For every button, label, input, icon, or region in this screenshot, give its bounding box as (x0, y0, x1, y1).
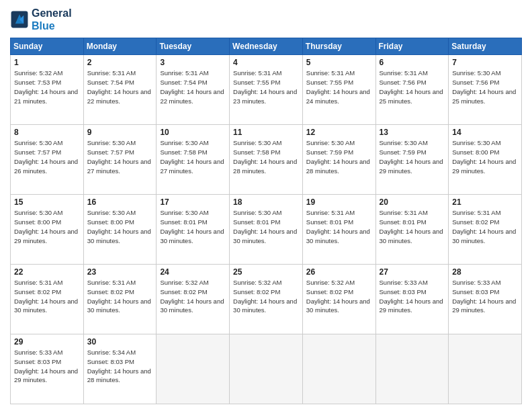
day-number: 8 (14, 128, 80, 137)
day-info: Sunrise: 5:30 AMSunset: 7:59 PMDaylight:… (380, 138, 445, 175)
day-number: 23 (87, 267, 153, 277)
calendar-cell: 18Sunrise: 5:30 AMSunset: 8:01 PMDayligh… (230, 195, 303, 265)
calendar-cell (375, 334, 449, 404)
calendar-cell: 29Sunrise: 5:33 AMSunset: 8:03 PMDayligh… (11, 334, 84, 404)
day-info: Sunrise: 5:30 AMSunset: 8:00 PMDaylight:… (452, 138, 518, 175)
calendar-cell (302, 334, 375, 404)
day-info: Sunrise: 5:31 AMSunset: 8:02 PMDaylight:… (452, 208, 518, 245)
day-info: Sunrise: 5:30 AMSunset: 8:01 PMDaylight:… (233, 208, 299, 245)
header-saturday: Saturday (449, 38, 522, 55)
day-number: 22 (14, 267, 80, 277)
calendar-cell: 1Sunrise: 5:32 AMSunset: 7:53 PMDaylight… (11, 55, 84, 125)
calendar-cell: 22Sunrise: 5:31 AMSunset: 8:02 PMDayligh… (11, 265, 84, 334)
header-tuesday: Tuesday (157, 38, 230, 55)
calendar-cell: 17Sunrise: 5:30 AMSunset: 8:01 PMDayligh… (157, 195, 230, 265)
calendar-cell: 4Sunrise: 5:31 AMSunset: 7:55 PMDaylight… (230, 55, 303, 125)
day-number: 3 (160, 58, 226, 67)
day-number: 30 (87, 337, 153, 347)
calendar-cell: 24Sunrise: 5:32 AMSunset: 8:02 PMDayligh… (157, 265, 230, 334)
calendar-cell: 8Sunrise: 5:30 AMSunset: 7:57 PMDaylight… (11, 125, 84, 195)
day-info: Sunrise: 5:34 AMSunset: 8:03 PMDaylight:… (87, 348, 153, 385)
calendar-cell: 26Sunrise: 5:32 AMSunset: 8:02 PMDayligh… (302, 265, 375, 334)
calendar-row: 29Sunrise: 5:33 AMSunset: 8:03 PMDayligh… (11, 334, 522, 404)
day-info: Sunrise: 5:30 AMSunset: 8:00 PMDaylight:… (14, 208, 80, 245)
day-info: Sunrise: 5:30 AMSunset: 7:58 PMDaylight:… (160, 138, 226, 175)
header-thursday: Thursday (302, 38, 375, 55)
day-info: Sunrise: 5:31 AMSunset: 8:02 PMDaylight:… (87, 278, 153, 315)
day-number: 24 (160, 267, 226, 277)
day-number: 18 (233, 197, 299, 207)
day-number: 16 (87, 197, 153, 207)
calendar-cell: 19Sunrise: 5:31 AMSunset: 8:01 PMDayligh… (302, 195, 375, 265)
calendar-row: 8Sunrise: 5:30 AMSunset: 7:57 PMDaylight… (11, 125, 522, 195)
calendar-cell: 25Sunrise: 5:32 AMSunset: 8:02 PMDayligh… (230, 265, 303, 334)
day-info: Sunrise: 5:32 AMSunset: 8:02 PMDaylight:… (160, 278, 226, 315)
day-number: 26 (306, 267, 372, 277)
day-info: Sunrise: 5:33 AMSunset: 8:03 PMDaylight:… (380, 278, 445, 315)
day-number: 5 (306, 58, 372, 67)
day-number: 2 (87, 58, 153, 67)
calendar-cell (449, 334, 522, 404)
day-number: 19 (306, 197, 372, 207)
calendar-cell (230, 334, 303, 404)
calendar-cell: 9Sunrise: 5:30 AMSunset: 7:57 PMDaylight… (83, 125, 157, 195)
logo: General Blue (10, 7, 72, 32)
day-number: 28 (452, 267, 518, 277)
calendar-cell: 16Sunrise: 5:30 AMSunset: 8:00 PMDayligh… (83, 195, 157, 265)
day-info: Sunrise: 5:31 AMSunset: 7:55 PMDaylight:… (306, 68, 372, 105)
day-number: 25 (233, 267, 299, 277)
day-number: 11 (233, 128, 299, 137)
header-wednesday: Wednesday (230, 38, 303, 55)
calendar-cell: 5Sunrise: 5:31 AMSunset: 7:55 PMDaylight… (302, 55, 375, 125)
day-info: Sunrise: 5:31 AMSunset: 7:54 PMDaylight:… (160, 68, 226, 105)
day-info: Sunrise: 5:30 AMSunset: 7:59 PMDaylight:… (306, 138, 372, 175)
day-info: Sunrise: 5:32 AMSunset: 8:02 PMDaylight:… (306, 278, 372, 315)
calendar-cell: 23Sunrise: 5:31 AMSunset: 8:02 PMDayligh… (83, 265, 157, 334)
header-monday: Monday (83, 38, 157, 55)
day-info: Sunrise: 5:33 AMSunset: 8:03 PMDaylight:… (14, 348, 80, 385)
day-info: Sunrise: 5:30 AMSunset: 7:57 PMDaylight:… (14, 138, 80, 175)
calendar-cell: 13Sunrise: 5:30 AMSunset: 7:59 PMDayligh… (375, 125, 449, 195)
day-number: 27 (380, 267, 445, 277)
day-info: Sunrise: 5:30 AMSunset: 7:56 PMDaylight:… (452, 68, 518, 105)
day-info: Sunrise: 5:30 AMSunset: 7:57 PMDaylight:… (87, 138, 153, 175)
header-sunday: Sunday (11, 38, 84, 55)
day-number: 14 (452, 128, 518, 137)
day-number: 7 (452, 58, 518, 67)
calendar-row: 15Sunrise: 5:30 AMSunset: 8:00 PMDayligh… (11, 195, 522, 265)
calendar-cell: 28Sunrise: 5:33 AMSunset: 8:03 PMDayligh… (449, 265, 522, 334)
day-number: 6 (380, 58, 445, 67)
calendar-cell: 3Sunrise: 5:31 AMSunset: 7:54 PMDaylight… (157, 55, 230, 125)
calendar-cell: 10Sunrise: 5:30 AMSunset: 7:58 PMDayligh… (157, 125, 230, 195)
day-number: 4 (233, 58, 299, 67)
day-number: 10 (160, 128, 226, 137)
day-number: 29 (14, 337, 80, 347)
day-info: Sunrise: 5:32 AMSunset: 8:02 PMDaylight:… (233, 278, 299, 315)
calendar-cell: 27Sunrise: 5:33 AMSunset: 8:03 PMDayligh… (375, 265, 449, 334)
calendar-cell: 12Sunrise: 5:30 AMSunset: 7:59 PMDayligh… (302, 125, 375, 195)
day-number: 21 (452, 197, 518, 207)
logo-icon (10, 10, 29, 29)
day-number: 13 (380, 128, 445, 137)
page: General Blue SundayMondayTuesdayWednesda… (0, 0, 532, 411)
day-info: Sunrise: 5:31 AMSunset: 8:02 PMDaylight:… (14, 278, 80, 315)
calendar-cell: 7Sunrise: 5:30 AMSunset: 7:56 PMDaylight… (449, 55, 522, 125)
calendar-cell (157, 334, 230, 404)
calendar-header-row: SundayMondayTuesdayWednesdayThursdayFrid… (11, 38, 522, 55)
header: General Blue (10, 7, 522, 32)
day-info: Sunrise: 5:30 AMSunset: 7:58 PMDaylight:… (233, 138, 299, 175)
day-number: 20 (380, 197, 445, 207)
calendar-cell: 2Sunrise: 5:31 AMSunset: 7:54 PMDaylight… (83, 55, 157, 125)
day-info: Sunrise: 5:32 AMSunset: 7:53 PMDaylight:… (14, 68, 80, 105)
day-info: Sunrise: 5:31 AMSunset: 7:56 PMDaylight:… (380, 68, 445, 105)
day-info: Sunrise: 5:31 AMSunset: 7:54 PMDaylight:… (87, 68, 153, 105)
calendar-row: 1Sunrise: 5:32 AMSunset: 7:53 PMDaylight… (11, 55, 522, 125)
header-friday: Friday (375, 38, 449, 55)
calendar-cell: 6Sunrise: 5:31 AMSunset: 7:56 PMDaylight… (375, 55, 449, 125)
day-number: 15 (14, 197, 80, 207)
calendar-cell: 30Sunrise: 5:34 AMSunset: 8:03 PMDayligh… (83, 334, 157, 404)
day-info: Sunrise: 5:30 AMSunset: 8:00 PMDaylight:… (87, 208, 153, 245)
day-number: 12 (306, 128, 372, 137)
day-info: Sunrise: 5:33 AMSunset: 8:03 PMDaylight:… (452, 278, 518, 315)
calendar-cell: 15Sunrise: 5:30 AMSunset: 8:00 PMDayligh… (11, 195, 84, 265)
